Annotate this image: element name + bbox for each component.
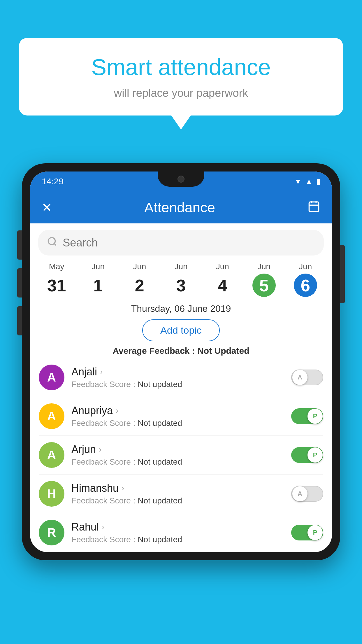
student-name: Himanshu ›: [71, 482, 284, 494]
attendance-toggle[interactable]: A: [291, 370, 323, 385]
student-item[interactable]: RRahul ›Feedback Score : Not updatedP: [39, 513, 323, 552]
calendar-month-label: May: [36, 262, 77, 271]
student-list: AAnjali ›Feedback Score : Not updatedAAA…: [30, 358, 332, 552]
phone-notch: [158, 172, 204, 187]
selected-date-label: Thursday, 06 June 2019: [30, 303, 332, 314]
calendar-month-label: Jun: [285, 262, 326, 271]
search-bar[interactable]: [38, 230, 324, 256]
speech-bubble-container: Smart attendance will replace your paper…: [19, 38, 343, 116]
app-bar: ✕ Attendance: [30, 191, 332, 223]
close-icon[interactable]: ✕: [42, 200, 52, 215]
feedback-score-value: Not updated: [138, 496, 182, 505]
chevron-icon: ›: [99, 445, 101, 454]
student-feedback-score: Feedback Score : Not updated: [71, 496, 284, 505]
search-icon: [47, 236, 57, 249]
status-icons: ▼ ▲ ▮: [294, 177, 320, 186]
average-feedback: Average Feedback : Not Updated: [30, 346, 332, 356]
student-item[interactable]: AArjun ›Feedback Score : Not updatedP: [39, 436, 323, 475]
calendar-month-label: Jun: [77, 262, 119, 271]
calendar-row: May31Jun1Jun2Jun3Jun4Jun5Jun6: [30, 262, 332, 297]
toggle-knob: P: [307, 447, 323, 463]
student-avatar: H: [39, 481, 64, 507]
toggle-knob: P: [307, 409, 323, 424]
svg-point-4: [48, 237, 55, 244]
student-feedback-score: Feedback Score : Not updated: [71, 419, 284, 428]
calendar-day[interactable]: Jun1: [77, 262, 119, 297]
phone-container: 14:29 ▼ ▲ ▮ ✕ Attendance: [22, 163, 340, 644]
student-avatar: R: [39, 520, 64, 545]
calendar-day[interactable]: Jun4: [202, 262, 243, 297]
calendar-day[interactable]: Jun2: [119, 262, 160, 297]
speech-bubble-subtitle: will replace your paperwork: [36, 87, 326, 99]
student-avatar: A: [39, 442, 64, 468]
calendar-date-number: 31: [45, 274, 68, 297]
battery-icon: ▮: [316, 177, 320, 186]
attendance-toggle[interactable]: P: [291, 408, 323, 424]
calendar-day[interactable]: Jun3: [160, 262, 202, 297]
toggle-knob: P: [307, 525, 323, 540]
toggle-knob: A: [292, 486, 307, 501]
student-feedback-score: Feedback Score : Not updated: [71, 535, 284, 544]
student-info: Arjun ›Feedback Score : Not updated: [71, 443, 284, 467]
student-info: Anupriya ›Feedback Score : Not updated: [71, 405, 284, 428]
student-info: Anjali ›Feedback Score : Not updated: [71, 366, 284, 389]
chevron-icon: ›: [100, 367, 103, 377]
calendar-date-number: 1: [86, 274, 110, 297]
phone-frame: 14:29 ▼ ▲ ▮ ✕ Attendance: [22, 163, 340, 560]
student-name: Arjun ›: [71, 443, 284, 456]
calendar-month-label: Jun: [160, 262, 202, 271]
front-camera: [178, 176, 184, 183]
attendance-toggle[interactable]: P: [291, 525, 323, 540]
phone-screen: 14:29 ▼ ▲ ▮ ✕ Attendance: [30, 172, 332, 552]
chevron-icon: ›: [102, 522, 104, 532]
chevron-icon: ›: [122, 484, 124, 493]
svg-line-5: [54, 243, 56, 245]
student-name: Rahul ›: [71, 521, 284, 533]
toggle-knob: A: [292, 370, 307, 385]
student-item[interactable]: AAnjali ›Feedback Score : Not updatedA: [39, 358, 323, 397]
calendar-month-label: Jun: [202, 262, 243, 271]
feedback-label-text: Average Feedback :: [113, 346, 197, 356]
calendar-date-number: 6: [294, 274, 317, 297]
calendar-date-number: 2: [128, 274, 151, 297]
calendar-icon[interactable]: [307, 200, 320, 215]
calendar-date-number: 3: [169, 274, 193, 297]
search-input[interactable]: [63, 237, 315, 249]
calendar-date-number: 5: [252, 274, 276, 297]
chevron-icon: ›: [116, 406, 118, 415]
calendar-day[interactable]: Jun5: [243, 262, 284, 297]
status-time: 14:29: [42, 176, 64, 186]
student-item[interactable]: AAnupriya ›Feedback Score : Not updatedP: [39, 397, 323, 436]
add-topic-button[interactable]: Add topic: [142, 319, 220, 341]
feedback-value-text: Not Updated: [197, 346, 249, 356]
student-avatar: A: [39, 365, 64, 390]
volume-up-button: [17, 230, 22, 260]
calendar-month-label: Jun: [243, 262, 284, 271]
feedback-score-value: Not updated: [138, 535, 182, 544]
calendar-month-label: Jun: [119, 262, 160, 271]
feedback-score-value: Not updated: [138, 457, 182, 466]
feedback-score-value: Not updated: [138, 419, 182, 428]
student-name: Anjali ›: [71, 366, 284, 378]
student-info: Himanshu ›Feedback Score : Not updated: [71, 482, 284, 505]
svg-rect-0: [309, 202, 319, 211]
student-avatar: A: [39, 403, 64, 429]
calendar-day[interactable]: May31: [36, 262, 77, 297]
student-name: Anupriya ›: [71, 405, 284, 417]
speech-bubble: Smart attendance will replace your paper…: [19, 38, 343, 116]
power-button: [340, 245, 345, 303]
attendance-toggle[interactable]: A: [291, 486, 323, 502]
wifi-icon: ▼: [294, 177, 302, 186]
signal-icon: ▲: [305, 177, 313, 186]
app-bar-title: Attendance: [144, 200, 215, 216]
calendar-day[interactable]: Jun6: [285, 262, 326, 297]
calendar-date-number: 4: [211, 274, 234, 297]
feedback-score-value: Not updated: [138, 380, 182, 389]
speech-bubble-title: Smart attendance: [36, 54, 326, 80]
student-item[interactable]: HHimanshu ›Feedback Score : Not updatedA: [39, 475, 323, 513]
attendance-toggle[interactable]: P: [291, 447, 323, 463]
silent-button: [17, 306, 22, 335]
student-info: Rahul ›Feedback Score : Not updated: [71, 521, 284, 544]
student-feedback-score: Feedback Score : Not updated: [71, 457, 284, 467]
volume-down-button: [17, 268, 22, 298]
